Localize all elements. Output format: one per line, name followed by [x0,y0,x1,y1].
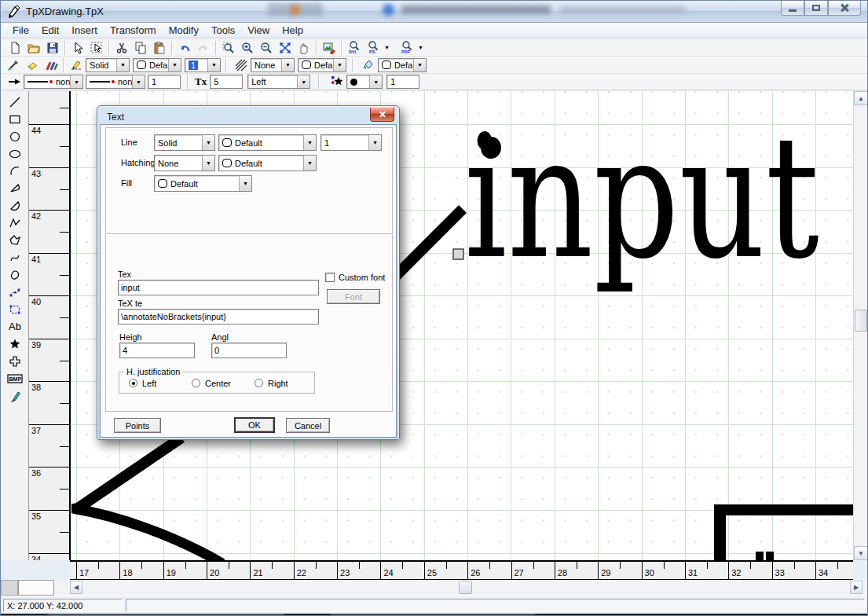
tool-line[interactable] [5,94,25,110]
combo-arrow-icon[interactable]: ▼ [168,59,181,72]
menu-insert[interactable]: Insert [65,23,104,38]
minimize-button[interactable] [781,1,804,16]
zoom-in-button[interactable] [238,39,257,56]
maximize-button[interactable] [804,1,828,16]
close-button[interactable] [828,1,861,16]
angle-input[interactable] [211,343,287,358]
pan-button[interactable] [295,39,313,56]
point-icon-button[interactable] [328,74,346,90]
undo-button[interactable] [175,39,194,56]
arrow-size-input[interactable] [148,75,181,89]
vertical-scrollbar[interactable]: ▲ ▼ [853,91,867,560]
points-button[interactable]: Points [114,418,161,433]
horizontal-scrollbar[interactable]: ◀ ▶ [1,580,868,596]
tool-freehand[interactable] [5,387,25,404]
height-input[interactable] [119,343,195,358]
preview-dvi-button[interactable]: DVI [345,39,364,56]
pdf-dropdown-caret[interactable]: ▼ [416,39,425,56]
combo-arrow-icon[interactable]: ▼ [413,59,426,72]
vertical-scroll-thumb[interactable] [855,310,867,332]
tool-rectangle[interactable] [5,111,25,127]
horizontal-scroll-thumb[interactable] [459,581,472,594]
select-button[interactable] [68,39,87,56]
point-shape-combo[interactable]: ▼ [346,75,383,89]
tool-arc[interactable] [5,163,25,179]
zoom-all-button[interactable] [276,39,295,56]
combo-arrow-icon[interactable]: ▼ [303,135,316,150]
pick-properties-button[interactable] [4,57,23,73]
menu-view[interactable]: View [241,23,276,38]
menu-file[interactable]: File [6,23,35,38]
scroll-right-button[interactable]: ▶ [850,581,863,594]
hatch-icon-button[interactable] [232,57,251,73]
tool-closed-bezier[interactable] [5,301,25,317]
tool-bezier[interactable] [5,284,25,300]
line-style-combo[interactable]: Solid ▼ [86,58,130,72]
ok-button[interactable]: OK [234,417,275,433]
arrow-icon-button[interactable] [5,74,24,90]
scroll-up-button[interactable]: ▲ [854,91,868,105]
menu-help[interactable]: Help [276,23,309,38]
zoom-out-button[interactable] [257,39,276,56]
new-button[interactable] [5,39,24,56]
preview-button[interactable] [320,39,339,56]
dialog-line-style-combo[interactable]: Solid ▼ [154,134,215,151]
preview-ps-button[interactable]: PS [364,39,383,56]
combo-arrow-icon[interactable]: ▼ [368,135,381,150]
tool-closed-curve[interactable] [5,266,25,283]
tool-sector[interactable] [5,180,25,196]
combo-arrow-icon[interactable]: ▼ [333,59,346,72]
scroll-left-button[interactable]: ◀ [70,581,82,594]
point-size-input[interactable] [386,75,419,89]
tool-bitmap[interactable]: BMP [5,370,25,387]
titlebar[interactable]: TpXDrawing.TpX [1,1,868,23]
combo-arrow-icon[interactable]: ▼ [202,135,214,150]
cut-button[interactable] [112,39,131,56]
fill-color-combo[interactable]: Defau ▼ [378,58,427,72]
select-area-button[interactable] [87,39,106,56]
combo-arrow-icon[interactable]: ▼ [202,156,214,170]
fill-icon-button[interactable] [359,57,378,73]
tool-ellipse[interactable] [5,145,25,162]
justify-left-radio[interactable] [129,379,137,387]
preview-pdf-button[interactable]: PDF [397,39,416,56]
hatch-style-combo[interactable]: None ▼ [251,58,295,72]
dialog-line-color-combo[interactable]: Default ▼ [218,134,317,151]
zoom-area-button[interactable] [219,39,238,56]
scroll-down-button[interactable]: ▼ [854,546,868,560]
combo-arrow-icon[interactable]: ▼ [303,156,316,170]
tool-symbol[interactable] [5,353,25,369]
combo-arrow-icon[interactable]: ▼ [281,59,294,72]
arrow-begin-combo[interactable]: none ▼ [24,75,83,89]
paste-button[interactable] [150,39,169,56]
text-size-input[interactable] [210,75,243,89]
menu-transform[interactable]: Transform [104,23,163,38]
line-color-combo[interactable]: Defau ▼ [133,58,181,72]
tool-star[interactable] [5,336,25,352]
menu-modify[interactable]: Modify [163,23,205,38]
combo-arrow-icon[interactable]: ▼ [297,75,309,88]
font-button[interactable]: Font [327,289,380,304]
hatch-color-combo[interactable]: Defau ▼ [298,58,346,72]
dialog-hatch-color-combo[interactable]: Default ▼ [218,155,317,171]
tex-text-input[interactable] [118,309,319,324]
menu-tools[interactable]: Tools [205,23,241,38]
tool-text[interactable]: Ab [5,318,25,335]
tool-segment[interactable] [5,197,25,214]
combo-arrow-icon[interactable]: ▼ [116,59,129,72]
tool-polygon[interactable] [5,232,25,248]
default-properties-button[interactable] [23,57,42,73]
tool-polyline[interactable] [5,214,25,231]
tool-curve[interactable] [5,249,25,266]
text-input[interactable] [118,280,319,295]
combo-arrow-icon[interactable]: ▼ [70,75,82,88]
justify-right-radio[interactable] [255,379,263,387]
dialog-close-button[interactable] [370,108,394,122]
dialog-line-width-combo[interactable]: 1 ▼ [320,134,382,151]
open-button[interactable] [24,39,43,56]
menu-edit[interactable]: Edit [35,23,65,38]
arrow-end-combo[interactable]: none ▼ [86,75,145,89]
text-justification-combo[interactable]: Left ▼ [247,75,310,89]
save-button[interactable] [43,39,62,56]
copy-button[interactable] [131,39,150,56]
